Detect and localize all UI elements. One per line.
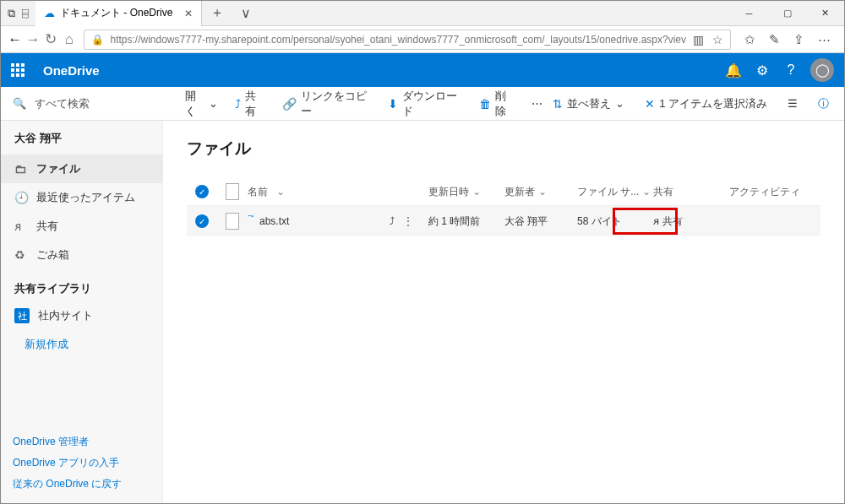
share-button[interactable]: ⤴ 共有 xyxy=(230,85,270,122)
folder-icon: 🗀 xyxy=(14,162,28,176)
create-new-link[interactable]: 新規作成 xyxy=(1,328,162,360)
row-share-icon[interactable]: ⤴ xyxy=(390,215,395,227)
notifications-icon[interactable]: 🔔 xyxy=(719,62,748,79)
shared-people-icon: ᴙ xyxy=(653,215,659,227)
delete-button[interactable]: 🗑 削除 xyxy=(474,85,520,122)
view-toggle-icon[interactable]: ☰ xyxy=(782,94,803,113)
settings-gear-icon[interactable]: ⚙ xyxy=(748,62,777,79)
window-close-button[interactable]: ✕ xyxy=(806,1,844,26)
col-name[interactable]: 名前⌄ xyxy=(248,185,390,199)
trash-icon: 🗑 xyxy=(479,97,491,111)
tab-set-aside-icon[interactable]: ⌸ xyxy=(22,7,29,19)
browser-tab[interactable]: ☁ ドキュメント - OneDrive ✕ xyxy=(35,1,202,26)
col-share[interactable]: 共有 xyxy=(653,185,729,199)
favorite-icon[interactable]: ☆ xyxy=(712,33,723,46)
lock-icon: 🔒 xyxy=(84,34,111,46)
classic-link[interactable]: 従来の OneDrive に戻す xyxy=(13,474,150,495)
sidebar-item-shared[interactable]: ᴙ 共有 xyxy=(1,212,162,241)
sidebar-item-recent[interactable]: 🕘 最近使ったアイテム xyxy=(1,183,162,212)
page-title: ファイル xyxy=(187,138,820,160)
library-item[interactable]: 社 社内サイト xyxy=(1,303,162,328)
more-commands-button[interactable]: ⋯ xyxy=(526,94,548,113)
help-icon[interactable]: ? xyxy=(777,62,805,78)
col-modified[interactable]: 更新日時⌄ xyxy=(428,185,504,199)
search-icon: 🔍 xyxy=(13,97,26,110)
download-icon: ⬇ xyxy=(388,97,398,111)
onedrive-cloud-icon: ☁ xyxy=(44,7,55,19)
file-table: ✓ 名前⌄ 更新日時⌄ 更新者⌄ ファイル サ...⌄ 共有 アクティビティ ✓… xyxy=(187,178,820,236)
search-placeholder: すべて検索 xyxy=(35,96,90,111)
sidebar: 大谷 翔平 🗀 ファイル 🕘 最近使ったアイテム ᴙ 共有 ♻ ごみ箱 共有ライ… xyxy=(1,121,163,504)
select-all-checkbox[interactable]: ✓ xyxy=(195,185,209,198)
app-launcher-icon[interactable] xyxy=(11,63,28,77)
open-button[interactable]: 開く ⌄ xyxy=(180,85,223,122)
clock-icon: 🕘 xyxy=(14,191,28,204)
forward-button[interactable]: → xyxy=(24,28,41,51)
sidebar-item-files[interactable]: 🗀 ファイル xyxy=(1,154,162,183)
share-cell[interactable]: ᴙ共有 xyxy=(653,214,729,229)
row-more-icon[interactable]: ⋮ xyxy=(403,215,413,227)
back-button[interactable]: ← xyxy=(6,28,24,51)
chevron-down-icon: ⌄ xyxy=(209,97,218,110)
get-app-link[interactable]: OneDrive アプリの入手 xyxy=(13,453,150,474)
file-type-icon xyxy=(226,183,239,200)
size-cell: 58 バイト xyxy=(577,214,653,229)
notes-icon[interactable]: ✎ xyxy=(769,32,780,47)
file-name: ⤳abs.txt xyxy=(248,215,390,227)
command-bar: 🔍 すべて検索 開く ⌄ ⤴ 共有 🔗 リンクをコピー ⬇ ダウンロード 🗑 削… xyxy=(1,87,844,121)
address-bar: ← → ↻ ⌂ 🔒 https://windows7777-my.sharepo… xyxy=(1,26,844,53)
share-page-icon[interactable]: ⇪ xyxy=(793,32,804,47)
table-row[interactable]: ✓ ⤳abs.txt ⤴ ⋮ 約 1 時間前 大谷 翔平 58 バイト ᴙ共有 xyxy=(187,206,820,236)
sidebar-item-recycle[interactable]: ♻ ごみ箱 xyxy=(1,241,162,269)
tab-chevron-icon[interactable]: ∨ xyxy=(232,5,259,21)
copy-link-button[interactable]: 🔗 リンクをコピー xyxy=(277,85,376,122)
window-minimize-button[interactable]: ─ xyxy=(730,1,768,26)
link-icon: 🔗 xyxy=(282,97,297,111)
download-button[interactable]: ⬇ ダウンロード xyxy=(383,85,467,122)
favorites-hub-icon[interactable]: ✩ xyxy=(744,32,755,47)
tab-title: ドキュメント - OneDrive xyxy=(60,6,172,20)
user-name: 大谷 翔平 xyxy=(1,121,162,154)
people-icon: ᴙ xyxy=(14,219,28,233)
sort-icon: ⇅ xyxy=(553,97,563,111)
modified-by-cell: 大谷 翔平 xyxy=(504,214,577,229)
app-header: OneDrive 🔔 ⚙ ? ◯ xyxy=(1,53,844,87)
shared-libraries-header: 共有ライブラリ xyxy=(1,269,162,303)
details-pane-icon[interactable]: ⓘ xyxy=(813,93,834,115)
modified-cell: 約 1 時間前 xyxy=(428,214,504,229)
window-titlebar: ⧉ ⌸ ☁ ドキュメント - OneDrive ✕ ＋ ∨ ─ ▢ ✕ xyxy=(1,1,844,26)
selection-count[interactable]: ✕ 1 アイテムを選択済み xyxy=(640,93,772,115)
col-size[interactable]: ファイル サ...⌄ xyxy=(577,185,653,199)
reading-view-icon[interactable]: ▥ xyxy=(693,33,704,46)
share-icon: ⤴ xyxy=(235,97,241,111)
chevron-down-icon: ⌄ xyxy=(615,97,624,110)
refresh-button[interactable]: ↻ xyxy=(42,28,60,51)
more-icon[interactable]: ⋯ xyxy=(818,32,831,47)
window-maximize-button[interactable]: ▢ xyxy=(768,1,806,26)
search-box[interactable]: 🔍 すべて検索 xyxy=(1,96,163,111)
tab-close-icon[interactable]: ✕ xyxy=(184,8,193,19)
chevron-down-icon: ⌄ xyxy=(276,186,285,198)
url-text: https://windows7777-my.sharepoint.com/pe… xyxy=(111,34,687,46)
recycle-icon: ♻ xyxy=(14,248,28,262)
library-badge: 社 xyxy=(14,308,30,323)
table-header: ✓ 名前⌄ 更新日時⌄ 更新者⌄ ファイル サ...⌄ 共有 アクティビティ xyxy=(187,178,820,206)
url-field[interactable]: 🔒 https://windows7777-my.sharepoint.com/… xyxy=(84,30,732,50)
clear-selection-icon: ✕ xyxy=(645,97,655,111)
col-modified-by[interactable]: 更新者⌄ xyxy=(504,185,577,199)
home-button[interactable]: ⌂ xyxy=(60,28,78,51)
col-activity[interactable]: アクティビティ xyxy=(729,185,820,199)
row-checkbox[interactable]: ✓ xyxy=(195,214,209,228)
app-name[interactable]: OneDrive xyxy=(43,63,100,78)
text-file-icon xyxy=(226,213,239,230)
tab-preview-icon[interactable]: ⧉ xyxy=(8,7,15,20)
account-avatar[interactable]: ◯ xyxy=(810,58,834,82)
admin-link[interactable]: OneDrive 管理者 xyxy=(13,431,150,453)
sort-button[interactable]: ⇅ 並べ替え ⌄ xyxy=(548,93,630,115)
new-tab-button[interactable]: ＋ xyxy=(202,4,232,22)
content-area: ファイル ✓ 名前⌄ 更新日時⌄ 更新者⌄ ファイル サ...⌄ 共有 アクティ… xyxy=(163,121,844,504)
